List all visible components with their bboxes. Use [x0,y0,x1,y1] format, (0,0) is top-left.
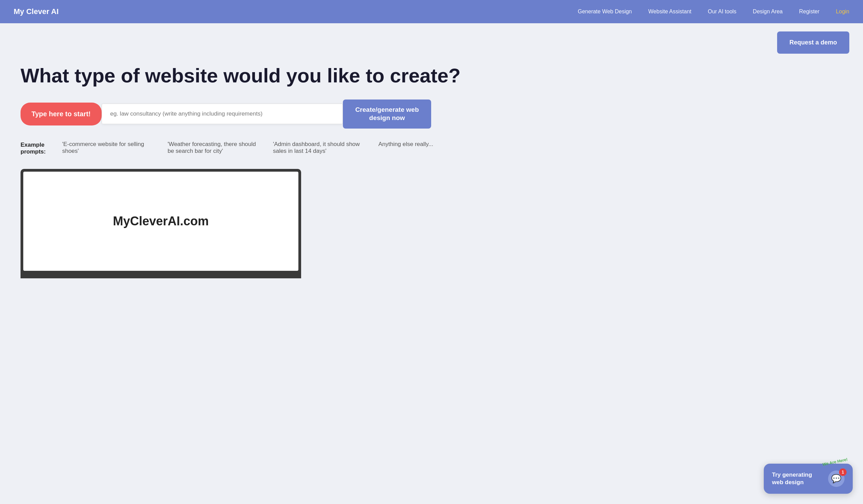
nav-links: Generate Web Design Website Assistant Ou… [578,9,850,15]
nav-logo[interactable]: My Clever AI [14,7,59,16]
example-prompt-3: 'Admin dashboard, it should show sales i… [273,141,362,155]
chat-widget[interactable]: Try generating web design We Are Here! 💬… [764,464,853,494]
nav-link-register[interactable]: Register [799,9,820,14]
nav-link-tools[interactable]: Our AI tools [708,9,737,14]
nav-link-login[interactable]: Login [836,9,849,14]
example-prompts: Example prompts: 'E-commerce website for… [21,141,500,155]
preview-area: MyCleverAI.com [21,169,301,278]
we-are-here-label: We Are Here! [822,457,848,467]
search-input[interactable] [110,111,334,117]
nav-link-assistant[interactable]: Website Assistant [648,9,691,14]
chat-widget-text: Try generating web design [772,471,824,486]
nav-link-generate[interactable]: Generate Web Design [578,9,632,14]
main-area: Request a demo What type of website woul… [0,23,863,278]
example-prompts-label: Example prompts: [21,141,46,155]
example-prompt-4: Anything else really... [378,141,433,148]
chat-emoji: 💬 [831,474,841,483]
generate-button[interactable]: Create/generate web design now [343,100,431,129]
request-demo-button[interactable]: Request a demo [777,31,849,54]
hero-heading: What type of website would you like to c… [21,64,500,87]
preview-site-name: MyCleverAI.com [113,214,209,229]
nav-link-design[interactable]: Design Area [753,9,783,14]
search-row: Type here to start! Create/generate web … [21,100,431,129]
chat-avatar: We Are Here! 💬 1 [828,470,845,487]
example-prompt-1: 'E-commerce website for selling shoes' [62,141,151,155]
navbar: My Clever AI Generate Web Design Website… [0,0,863,23]
type-here-button[interactable]: Type here to start! [21,103,102,126]
chat-badge: 1 [839,468,847,476]
preview-inner: MyCleverAI.com [23,172,298,271]
search-input-wrapper [102,104,343,124]
example-prompt-2: 'Weather forecasting, there should be se… [168,141,257,155]
